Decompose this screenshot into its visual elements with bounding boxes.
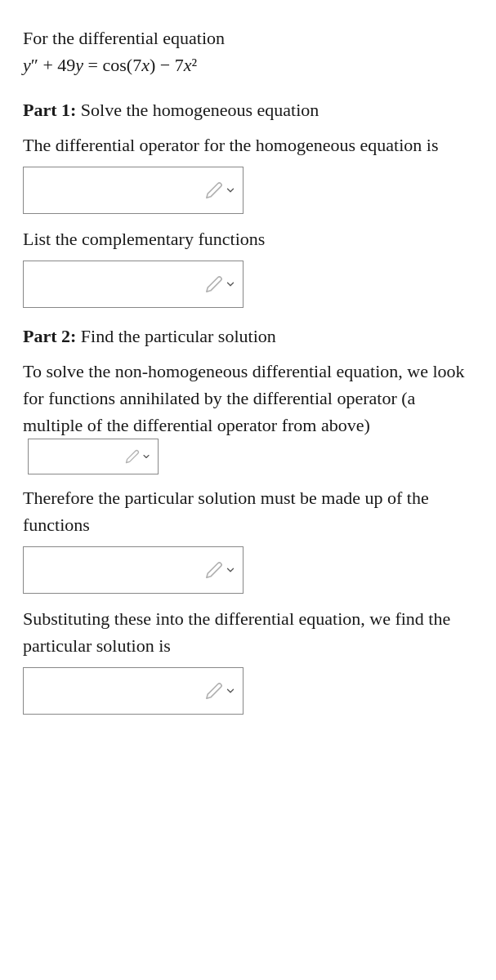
part2-label: Part 2:: [23, 326, 76, 346]
pencil-icon-2: [205, 275, 223, 293]
particular-solution-input[interactable]: [23, 667, 244, 715]
chevron-down-icon-3: [141, 452, 151, 461]
part2-block: Part 2: Find the particular solution To …: [23, 323, 473, 715]
complementary-functions-input[interactable]: [23, 261, 244, 308]
annihilator-input[interactable]: [28, 439, 159, 474]
input-box-1-wrapper: [23, 167, 473, 214]
part1-heading: Part 1: Solve the homogeneous equation: [23, 96, 473, 123]
intro-equation: y″ + 49y = cos(7x) − 7x²: [23, 51, 473, 78]
input-box-5-wrapper: [23, 667, 473, 715]
differential-operator-input[interactable]: [23, 167, 244, 214]
chevron-down-icon-4: [225, 564, 236, 576]
intro-block: For the differential equation y″ + 49y =…: [23, 24, 473, 78]
chevron-down-icon-2: [225, 278, 236, 290]
pencil-icon-5: [205, 682, 223, 700]
particular-functions-input[interactable]: [23, 546, 244, 594]
chevron-down-icon-5: [225, 685, 236, 697]
part1-text3: List the complementary functions: [23, 225, 473, 252]
part2-text2-pre: To solve the non-homogeneous differentia…: [23, 361, 465, 435]
part1-text1: Solve the homogeneous equation: [76, 100, 319, 120]
part2-text3: Therefore the particular solution must b…: [23, 484, 473, 538]
part2-text4: Substituting these into the differential…: [23, 605, 473, 659]
part2-heading: Part 2: Find the particular solution: [23, 323, 473, 350]
part1-label: Part 1:: [23, 100, 76, 120]
input-box-4-wrapper: [23, 546, 473, 594]
part2-text1: Find the particular solution: [76, 326, 275, 346]
inline-input-wrapper: [28, 439, 159, 474]
part1-text2: The differential operator for the homoge…: [23, 131, 473, 158]
intro-line1: For the differential equation: [23, 24, 473, 51]
part2-text2-block: To solve the non-homogeneous differentia…: [23, 358, 473, 474]
chevron-down-icon-1: [225, 185, 236, 196]
pencil-icon-3: [125, 449, 140, 464]
input-box-2-wrapper: [23, 261, 473, 308]
pencil-icon-1: [205, 181, 223, 199]
pencil-icon-4: [205, 561, 223, 579]
part1-block: Part 1: Solve the homogeneous equation T…: [23, 96, 473, 308]
